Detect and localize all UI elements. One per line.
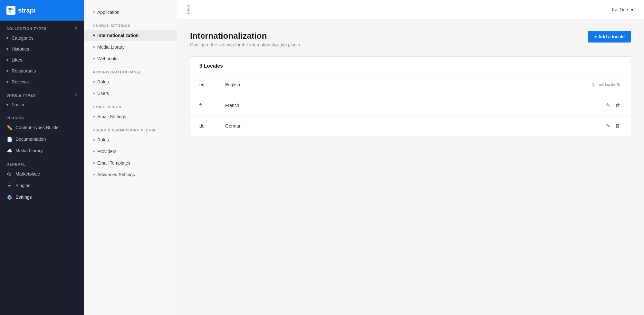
locales-count: 3 Locales <box>190 57 631 74</box>
sidebar: strapi Collection Types ⚲ Categories His… <box>0 0 84 315</box>
collection-types-search-icon[interactable]: ⚲ <box>74 26 77 31</box>
locale-actions-de: ✎ 🗑 <box>605 121 622 130</box>
settings-item-permissions-roles[interactable]: Roles <box>84 134 177 146</box>
topbar: ‹ Kai Doe ▼ <box>177 0 644 19</box>
locale-row-en: en English Default locale ✎ <box>190 74 631 95</box>
user-menu[interactable]: Kai Doe ▼ <box>612 7 634 12</box>
bullet-icon <box>93 58 95 60</box>
settings-item-advanced-settings[interactable]: Advanced Settings <box>84 169 177 180</box>
cloud-icon: ☁️ <box>6 148 12 154</box>
admin-panel-label: Administration Panel <box>84 64 177 76</box>
bullet-icon <box>6 81 8 83</box>
bullet-icon <box>93 11 95 13</box>
gear-icon: ⚙️ <box>6 194 12 200</box>
general-section: General <box>0 157 84 168</box>
svg-rect-0 <box>9 8 11 10</box>
strapi-logo-text: strapi <box>18 7 35 14</box>
sidebar-item-likes[interactable]: Likes <box>0 54 84 65</box>
sidebar-item-settings[interactable]: ⚙️ Settings <box>0 191 84 203</box>
locale-code-fr: fr <box>199 103 225 108</box>
main-content: ‹ Kai Doe ▼ Internationalization Configu… <box>177 0 644 315</box>
back-button[interactable]: ‹ <box>187 5 190 14</box>
shop-icon: 🛍 <box>6 171 12 177</box>
locale-name-fr: French <box>225 103 605 108</box>
pencil-icon: ✏️ <box>6 125 12 130</box>
page-body: Internationalization Configure the setti… <box>177 19 644 315</box>
locale-row-de: de German ✎ 🗑 <box>190 116 631 136</box>
sidebar-item-footer[interactable]: Footer <box>0 99 84 110</box>
sidebar-item-histories[interactable]: Histories <box>0 43 84 54</box>
settings-item-webhooks[interactable]: Webhooks <box>84 53 177 64</box>
list-icon: ☰ <box>6 183 12 188</box>
edit-locale-de-button[interactable]: ✎ <box>605 121 611 130</box>
bullet-icon <box>93 150 95 152</box>
delete-locale-de-button[interactable]: 🗑 <box>614 122 622 130</box>
user-name: Kai Doe <box>612 7 628 12</box>
settings-item-email-templates[interactable]: Email Templates <box>84 157 177 169</box>
book-icon: 📄 <box>6 136 12 142</box>
bullet-icon <box>6 37 8 39</box>
email-plugin-label: Email Plugin <box>84 99 177 111</box>
bullet-icon <box>93 162 95 164</box>
chevron-down-icon: ▼ <box>630 7 634 12</box>
collection-types-section: Collection Types ⚲ <box>0 21 84 33</box>
sidebar-item-reviews[interactable]: Reviews <box>0 76 84 87</box>
bullet-icon <box>93 139 95 141</box>
bullet-icon <box>6 104 8 106</box>
locale-name-en: English <box>225 82 591 87</box>
sidebar-header: strapi <box>0 0 84 21</box>
svg-rect-2 <box>9 11 11 13</box>
page-subtitle: Configure the settings for the internati… <box>190 42 300 47</box>
single-types-section: Single Types ⚲ <box>0 87 84 99</box>
bullet-icon <box>6 48 8 50</box>
locale-code-de: de <box>199 123 225 129</box>
sidebar-item-marketplace[interactable]: 🛍 Marketplace <box>0 168 84 180</box>
plugins-section: Plugins <box>0 110 84 122</box>
svg-rect-1 <box>11 8 14 10</box>
add-locale-button[interactable]: + Add a locale <box>588 31 631 43</box>
sidebar-item-content-types-builder[interactable]: ✏️ Content-Types Builder <box>0 122 84 133</box>
bullet-icon <box>6 70 8 72</box>
single-types-search-icon[interactable]: ⚲ <box>74 93 77 97</box>
bullet-icon <box>6 59 8 61</box>
settings-item-media-library[interactable]: Media Library <box>84 41 177 53</box>
settings-item-email-settings[interactable]: Email Settings <box>84 111 177 122</box>
strapi-logo-icon <box>6 6 15 15</box>
sidebar-item-categories[interactable]: Categories <box>0 33 84 43</box>
settings-item-roles[interactable]: Roles <box>84 76 177 88</box>
bullet-icon <box>93 81 95 83</box>
page-title: Internationalization <box>190 31 300 41</box>
edit-locale-fr-button[interactable]: ✎ <box>605 101 611 110</box>
settings-item-users[interactable]: Users <box>84 88 177 99</box>
locale-code-en: en <box>199 82 225 87</box>
strapi-logo[interactable]: strapi <box>6 6 35 15</box>
locale-badge-en: Default locale <box>591 82 615 87</box>
locale-row-fr: fr French ✎ 🗑 <box>190 95 631 116</box>
locale-actions-fr: ✎ 🗑 <box>605 101 622 110</box>
locales-card: 3 Locales en English Default locale ✎ fr… <box>190 56 631 136</box>
locale-actions-en: ✎ <box>615 80 622 89</box>
bullet-icon <box>93 34 95 36</box>
sidebar-item-plugins[interactable]: ☰ Plugins <box>0 180 84 191</box>
sidebar-item-media-library[interactable]: ☁️ Media Library <box>0 145 84 157</box>
bullet-icon <box>93 92 95 94</box>
locale-name-de: German <box>225 123 605 129</box>
delete-locale-fr-button[interactable]: 🗑 <box>614 101 622 110</box>
settings-item-providers[interactable]: Providers <box>84 146 177 157</box>
bullet-icon <box>93 46 95 48</box>
page-header: Internationalization Configure the setti… <box>190 31 631 47</box>
bullet-icon <box>93 116 95 118</box>
sidebar-item-restaurants[interactable]: Restaurants <box>0 65 84 76</box>
collection-types-list: Categories Histories Likes Restaurants R… <box>0 33 84 87</box>
settings-item-internationalization[interactable]: Internationalization <box>84 30 177 41</box>
page-header-text: Internationalization Configure the setti… <box>190 31 300 47</box>
settings-item-application[interactable]: Application <box>84 6 177 18</box>
edit-locale-en-button[interactable]: ✎ <box>615 80 622 89</box>
settings-panel: Application Global Settings Internationa… <box>84 0 177 315</box>
sidebar-item-documentation[interactable]: 📄 Documentation <box>0 133 84 145</box>
global-settings-label: Global Settings <box>84 18 177 30</box>
users-permissions-label: Users & Permissions Plugin <box>84 122 177 134</box>
bullet-icon <box>93 174 95 176</box>
